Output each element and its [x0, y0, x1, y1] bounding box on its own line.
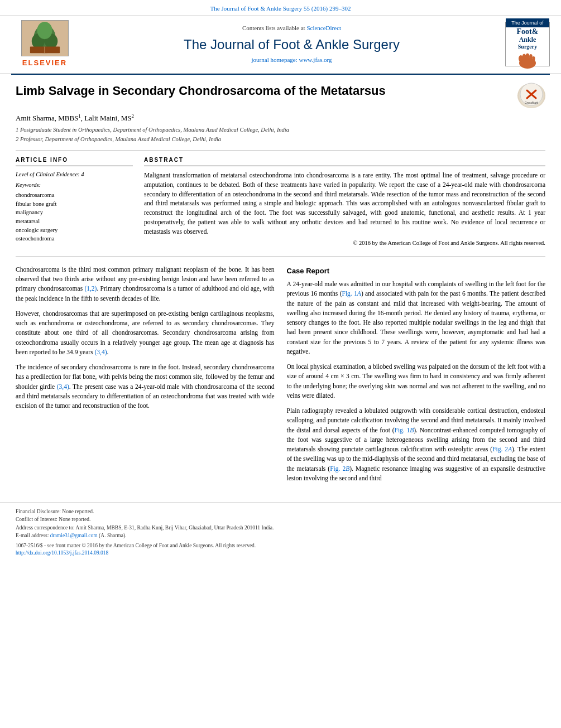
sep-line-thin [16, 150, 545, 151]
financial-disclosure: Financial Disclosure: None reported. [16, 508, 545, 515]
abstract-text: Malignant transformation of metatarsal o… [144, 171, 545, 236]
contents-line: Contents lists available at ScienceDirec… [78, 24, 505, 32]
article-info-col: ARTICLE INFO Level of Clinical Evidence:… [16, 156, 133, 247]
body-right-col: Case Report A 24-year-old male was admit… [287, 265, 546, 489]
conflict-interest: Conflict of Interest: None reported. [16, 515, 545, 523]
author1-name: Amit Sharma, MBBS [16, 114, 78, 122]
doi-link[interactable]: http://dx.doi.org/10.1053/j.jfas.2014.09… [16, 550, 108, 556]
article-info-header: ARTICLE INFO [16, 156, 133, 166]
footer-left: 1067-2516/$ - see front matter © 2016 by… [16, 542, 256, 557]
svg-point-13 [533, 56, 535, 61]
address-text: Amit Sharma, MBBS, E-31, Radha Kunj, Bri… [75, 525, 274, 531]
address-label: Address correspondence to: [16, 525, 75, 531]
logo-top-text: The Journal of [506, 18, 549, 28]
elsevier-tree-icon [21, 20, 69, 56]
logo-line1: Foot& [517, 27, 539, 36]
body-para-5: On local physical examination, a bilobed… [287, 362, 546, 401]
journal-homepage: journal homepage: www.jfas.org [78, 56, 505, 64]
svg-text:CrossMark: CrossMark [524, 101, 538, 104]
sciencedirect-link[interactable]: ScienceDirect [306, 25, 341, 31]
body-para-4: A 24-year-old male was admitted in our h… [287, 279, 546, 356]
body-para-6: Plain radiography revealed a lobulated o… [287, 406, 546, 483]
affiliation1: 1 Postgraduate Student in Orthopaedics, … [16, 126, 545, 134]
ref-3-4-b[interactable]: (3,4) [57, 383, 69, 390]
body-para-2: However, chondrosarcomas that are superi… [16, 309, 275, 357]
crossmark-badge: CrossMark [517, 83, 545, 108]
case-report-heading: Case Report [287, 266, 546, 276]
ref-fig2a[interactable]: Fig. 2A [492, 446, 512, 452]
journal-logo-right: The Journal of Foot& Ankle Surgery [505, 22, 550, 66]
ref-fig1b[interactable]: Fig. 1B [395, 427, 414, 433]
keyword-4: metatarsal [16, 218, 133, 226]
svg-point-12 [529, 54, 533, 60]
homepage-url[interactable]: www.jfas.org [299, 56, 332, 63]
affiliation2: 2 Professor, Department of Orthopaedics,… [16, 136, 545, 144]
ref-fig1a[interactable]: Fig. 1A [342, 290, 361, 297]
top-link-bar: The Journal of Foot & Ankle Surgery 55 (… [0, 0, 561, 15]
authors-line: Amit Sharma, MBBS1, Lalit Maini, MS2 [16, 113, 545, 124]
keyword-6: osteochondroma [16, 235, 133, 243]
footer-disclosures: Financial Disclosure: None reported. Con… [16, 508, 545, 539]
page-footer: Financial Disclosure: None reported. Con… [0, 503, 561, 562]
svg-point-5 [37, 22, 52, 39]
footer-issn: 1067-2516/$ - see front matter © 2016 by… [16, 542, 256, 549]
affiliations: 1 Postgraduate Student in Orthopaedics, … [16, 126, 545, 143]
journal-title-center: Contents lists available at ScienceDirec… [78, 24, 505, 64]
keyword-1: chondrosarcoma [16, 191, 133, 200]
contents-text: Contents lists available at [242, 25, 305, 31]
article-title: Limb Salvage in Secondary Chondrosarcoma… [16, 83, 509, 99]
body-left-col: Chondrosarcoma is the third most common … [16, 265, 275, 489]
body-sep-line [16, 256, 545, 257]
keyword-5: oncologic surgery [16, 226, 133, 235]
journal-citation: The Journal of Foot & Ankle Surgery 55 (… [210, 5, 351, 12]
page-wrapper: The Journal of Foot & Ankle Surgery 55 (… [0, 0, 561, 728]
address-correspondence: Address correspondence to: Amit Sharma, … [16, 524, 545, 532]
logo-line3: Surgery [517, 44, 539, 50]
ref-3-4-a[interactable]: (3,4) [94, 349, 107, 355]
svg-point-11 [526, 53, 530, 59]
article-title-section: Limb Salvage in Secondary Chondrosarcoma… [16, 83, 545, 108]
abstract-header: ABSTRACT [144, 156, 545, 166]
homepage-label: journal homepage: [252, 56, 298, 63]
keyword-3: malignancy [16, 209, 133, 217]
author2-sup: 2 [131, 113, 134, 119]
abstract-col: ABSTRACT Malignant transformation of met… [144, 156, 545, 247]
keywords-label: Keywords: [16, 181, 133, 190]
reported-to: reported to [30, 349, 57, 355]
elsevier-text: ELSEVIER [22, 58, 67, 68]
email-label: E-mail address: [16, 533, 49, 538]
svg-point-10 [522, 54, 526, 60]
level-of-evidence: Level of Clinical Evidence: 4 [16, 171, 133, 179]
author2-name: , Lalit Maini, MS [81, 114, 132, 122]
foot-icon [516, 52, 539, 69]
main-journal-title: The Journal of Foot & Ankle Surgery [78, 35, 505, 54]
email-suffix: (A. Sharma). [99, 533, 126, 538]
email-line: E-mail address: dramie31@gmail.com (A. S… [16, 532, 545, 539]
ref-1-2[interactable]: (1,2) [84, 285, 97, 292]
keyword-2: fibular bone graft [16, 200, 133, 209]
footer-bottom: 1067-2516/$ - see front matter © 2016 by… [16, 542, 545, 557]
article-body: Limb Salvage in Secondary Chondrosarcoma… [0, 75, 561, 497]
logo-line2: Ankle [517, 36, 539, 44]
journal-header: ELSEVIER Contents lists available at Sci… [0, 15, 561, 73]
logo-body: Foot& Ankle Surgery [517, 27, 539, 50]
email-address[interactable]: dramie31@gmail.com [50, 533, 98, 538]
keywords-list: chondrosarcoma fibular bone graft malign… [16, 191, 133, 243]
crossmark-icon: CrossMark [519, 83, 544, 106]
copyright-line: © 2016 by the American College of Foot a… [144, 239, 545, 248]
body-para-1: Chondrosarcoma is the third most common … [16, 265, 275, 303]
elsevier-logo: ELSEVIER [11, 20, 78, 68]
ref-fig2b[interactable]: Fig. 2B [330, 465, 349, 472]
article-info-abstract: ARTICLE INFO Level of Clinical Evidence:… [16, 156, 545, 247]
body-two-col: Chondrosarcoma is the third most common … [16, 265, 545, 489]
footer-doi[interactable]: http://dx.doi.org/10.1053/j.jfas.2014.09… [16, 549, 256, 557]
body-para-3: The incidence of secondary chondrosarcom… [16, 363, 275, 411]
